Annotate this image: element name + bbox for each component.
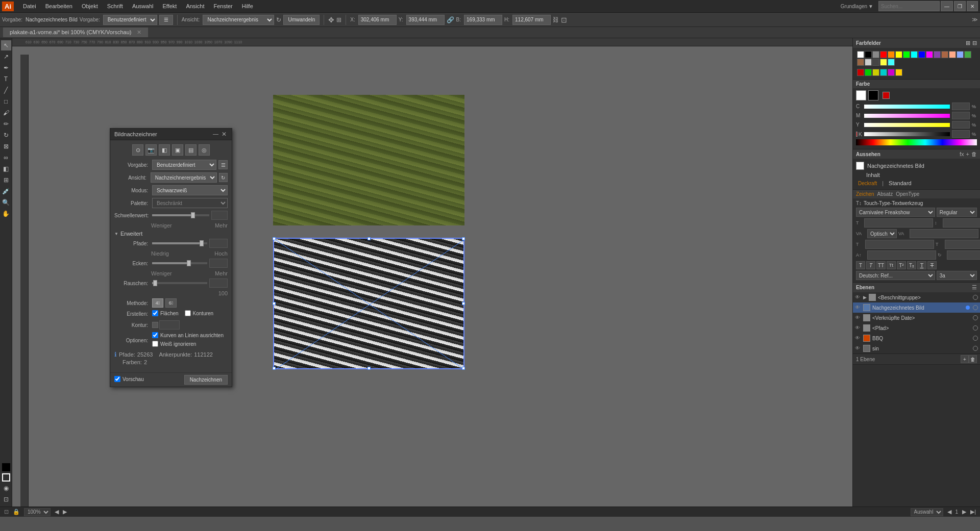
swatch-magenta[interactable]: [926, 51, 933, 58]
ecken-input[interactable]: 75%: [209, 259, 228, 268]
swatch-dkgreen2[interactable]: [865, 69, 872, 76]
preset-icon-2[interactable]: 📷: [145, 144, 157, 156]
kurven-checkbox[interactable]: [152, 332, 158, 338]
menu-schrift[interactable]: Schrift: [103, 2, 127, 10]
m-slider[interactable]: [864, 114, 950, 118]
swatch-gray[interactable]: [872, 51, 879, 58]
type-tool[interactable]: T: [1, 74, 11, 84]
scale-tool[interactable]: ⊠: [1, 141, 11, 151]
leading-input[interactable]: 316 pt: [943, 218, 980, 227]
x-input[interactable]: [358, 15, 397, 25]
next-artboard-btn[interactable]: ▶: [63, 509, 67, 515]
delete-layer-btn[interactable]: 🗑: [969, 355, 977, 363]
flaechen-checkbox[interactable]: [152, 310, 158, 316]
canvas-content[interactable]: Bildnachzeichner — ✕ ⊙ 📷 ◧ ▣ ▤ ◎: [20, 46, 852, 507]
farbfelder-header[interactable]: Farbfelder ⊞ ⊟: [853, 38, 980, 48]
preset-icon-6[interactable]: ◎: [199, 144, 210, 156]
swatch-ltgray[interactable]: [865, 59, 872, 66]
tracking-dropdown[interactable]: Optisch: [867, 229, 897, 238]
swatch-ltyellow[interactable]: [880, 59, 887, 66]
paintbrush-tool[interactable]: 🖌: [1, 108, 11, 118]
weiss-checkbox[interactable]: [152, 341, 158, 347]
zeichen-header[interactable]: Zeichen Absatz OpenType: [853, 190, 980, 198]
italic-btn[interactable]: T: [866, 261, 875, 269]
sel-handle-bl[interactable]: [273, 367, 276, 370]
farbfelder-grid-btn[interactable]: ⊞: [966, 40, 970, 46]
blend-tool[interactable]: ∞: [1, 153, 11, 163]
preset-icon-3[interactable]: ◧: [159, 144, 170, 156]
preset-icon-5[interactable]: ▤: [185, 144, 197, 156]
layer-circle-4[interactable]: [973, 325, 978, 331]
k-slider[interactable]: [864, 132, 950, 136]
color-indicator[interactable]: [883, 92, 890, 99]
swatch-ltblue[interactable]: [957, 51, 964, 58]
sel-handle-tl[interactable]: [273, 237, 276, 240]
page-nav-prev[interactable]: ◀: [947, 509, 951, 515]
preset-icon-1[interactable]: ⊙: [132, 144, 143, 156]
dialog-titlebar[interactable]: Bildnachzeichner — ✕: [110, 129, 232, 140]
k-input[interactable]: [952, 130, 970, 138]
ebene-sin[interactable]: 👁 sin: [853, 343, 980, 353]
baseline-input[interactable]: 0 pt: [867, 250, 936, 260]
pencil-tool[interactable]: ✏: [1, 119, 11, 129]
sel-handle-bc[interactable]: [368, 367, 371, 370]
rotate-input[interactable]: 0°: [947, 250, 980, 260]
aussehen-delete-btn[interactable]: 🗑: [971, 151, 977, 157]
menu-objekt[interactable]: Objekt: [78, 2, 102, 10]
layer-circle-3[interactable]: [973, 315, 978, 320]
hand-tool[interactable]: ✋: [1, 209, 11, 219]
pen-tool[interactable]: ✒: [1, 63, 11, 73]
tab-zeichen[interactable]: Zeichen: [856, 191, 874, 197]
aussehen-add-btn[interactable]: +: [966, 151, 969, 157]
y-input[interactable]: [406, 15, 445, 25]
eye-icon-3[interactable]: 👁: [855, 315, 861, 321]
search-input[interactable]: [878, 1, 940, 11]
lang2-dropdown[interactable]: 3a: [937, 271, 977, 280]
lang-dropdown[interactable]: Deutsch: Ref...: [856, 271, 935, 280]
sel-handle-ml[interactable]: [273, 302, 276, 305]
w-input[interactable]: [464, 15, 502, 25]
ebenen-options-btn[interactable]: ☰: [972, 284, 977, 291]
farbfelder-list-btn[interactable]: ⊟: [972, 40, 977, 46]
font-dropdown[interactable]: Carnivalee Freakshow: [856, 208, 935, 217]
ebenen-header[interactable]: Ebenen ☰: [853, 283, 980, 292]
swatch-ltcyan[interactable]: [888, 59, 895, 66]
rauschen-slider[interactable]: [152, 282, 207, 284]
h-input[interactable]: [512, 15, 551, 25]
size-input[interactable]: 170 pt: [864, 218, 933, 227]
swatch-tan[interactable]: [857, 59, 864, 66]
ebene-nachgezeichnet[interactable]: 👁 Nachgezeichnetes Bild: [853, 302, 980, 313]
layer-circle-2[interactable]: [973, 305, 978, 310]
ansicht-refresh-btn[interactable]: ↻: [219, 173, 228, 182]
sel-handle-tc[interactable]: [368, 237, 371, 240]
sel-handle-tr[interactable]: [462, 237, 465, 240]
style-dropdown[interactable]: Regular: [937, 208, 977, 217]
pfade-input[interactable]: 95%: [209, 239, 228, 248]
shape-tool[interactable]: □: [1, 96, 11, 107]
layer-circle-6[interactable]: [973, 346, 978, 351]
schwellenwert-slider[interactable]: [152, 214, 209, 216]
swatch-white[interactable]: [857, 51, 864, 58]
pfade-slider[interactable]: [152, 242, 207, 244]
methode-btn-1[interactable]: 4⃣: [152, 298, 163, 308]
right-expand-icon[interactable]: ≫: [972, 16, 978, 23]
swatch-dkgray[interactable]: [872, 59, 879, 66]
eyedrop-tool[interactable]: 💉: [1, 186, 11, 196]
menu-ansicht[interactable]: Ansicht: [182, 2, 208, 10]
dialog-minimize-btn[interactable]: —: [213, 131, 218, 138]
vorgabe-dialog-dropdown[interactable]: Benutzerdefiniert: [152, 160, 216, 170]
vorschau-checkbox[interactable]: [114, 376, 120, 382]
sub-btn[interactable]: T₂: [907, 261, 916, 269]
options-btn[interactable]: ☰: [159, 15, 173, 25]
menu-datei[interactable]: Datei: [19, 2, 40, 10]
gradient-tool[interactable]: ◧: [1, 164, 11, 174]
page-nav-next[interactable]: ▶: [962, 509, 966, 515]
smallcaps-btn[interactable]: Tt: [887, 261, 896, 269]
expand-icon-1[interactable]: ▶: [863, 295, 867, 300]
c-slider[interactable]: [864, 105, 950, 109]
tab-close-icon[interactable]: ✕: [137, 29, 141, 35]
ebene-verknuepfte[interactable]: 👁 <Verknüpfte Date>: [853, 313, 980, 323]
fill-swatch[interactable]: [856, 90, 866, 100]
umwandeln-btn[interactable]: Umwandeln: [283, 15, 320, 25]
va-input[interactable]: 50: [910, 229, 978, 238]
